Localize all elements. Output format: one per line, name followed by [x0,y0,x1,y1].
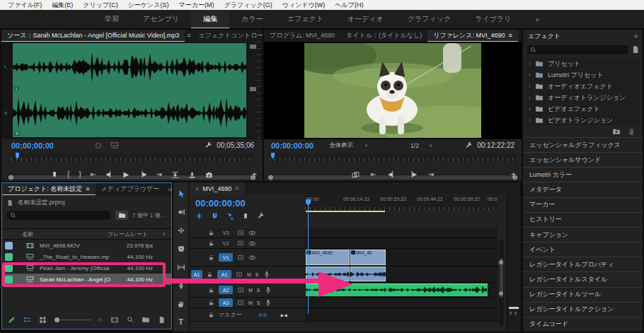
timeline-ruler[interactable]: 00:00 00:00:14:23 00:00:29:23 00:00:44:2… [305,195,498,211]
automate-to-sequence-icon[interactable] [110,316,119,324]
add-marker-icon[interactable] [51,171,58,178]
slider-knob[interactable] [54,317,59,322]
tree-item-audio-transitions[interactable]: › オーディオトランジション [526,92,640,103]
dock-legacy-title-actions[interactable]: レガシータイトルアクション [523,302,643,317]
sync-lock-icon[interactable] [237,254,244,261]
tree-item-video-transitions[interactable]: › ビデオトランジション [526,115,640,126]
menu-window[interactable]: ウィンドウ(W) [277,1,330,10]
tree-item-audio-effects[interactable]: › オーディオエフェクト [526,81,640,92]
workspace-tab-color[interactable]: カラー [229,10,275,28]
mute-button[interactable]: M [248,288,253,293]
eye-icon[interactable] [248,254,256,262]
list-view-icon[interactable] [23,316,31,324]
sync-lock-icon[interactable] [237,286,244,293]
tab-effect-controls[interactable]: エフェクトコントロール [192,30,263,42]
panel-menu-icon[interactable]: ≡ [509,33,512,39]
dock-legacy-title-properties[interactable]: レガシータイトルプロパティ [523,257,643,271]
program-video-area[interactable] [264,42,522,139]
dock-events[interactable]: イベント [523,242,643,257]
source-current-timecode[interactable]: 00;00;00;00 [11,141,54,150]
mark-out-icon[interactable]: } [79,171,81,178]
timeline-vertical-scrollbar[interactable] [499,240,504,326]
lock-icon[interactable] [208,230,214,236]
solo-button[interactable]: S [255,272,259,277]
slip-tool[interactable] [177,263,185,271]
table-row-selected[interactable]: Sarah McLachlan - Angel [O 44,100 Hz [2,274,171,285]
overwrite-icon[interactable] [188,171,196,179]
mute-button[interactable]: M [248,300,253,305]
chevron-right-icon[interactable]: › [529,94,531,101]
project-file-name[interactable]: 名称未設定.prproj [18,199,65,207]
settings-icon[interactable] [95,142,102,149]
step-forward-icon[interactable]: ▕▶ [138,172,146,177]
lock-icon[interactable] [207,271,213,278]
panel-menu-icon[interactable]: ≡ [634,33,638,40]
sync-lock-icon[interactable] [237,240,244,247]
lock-icon[interactable] [208,287,214,293]
program-playhead[interactable] [271,153,275,159]
dock-captions[interactable]: キャプション [523,227,643,242]
dock-essential-sound[interactable]: エッセンシャルサウンド [523,152,643,167]
audio-clip-2[interactable] [350,267,386,281]
new-preset-bin-icon[interactable] [631,45,640,54]
track-target-v3[interactable]: V3 [219,228,233,237]
tab-title[interactable]: タイトル：(タイトルなし) [340,30,427,42]
project-search-input[interactable] [19,210,108,220]
play-icon[interactable]: ▶ [123,171,129,178]
mic-icon[interactable] [265,299,272,306]
export-frame-icon[interactable] [205,171,213,179]
source-waveform-canvas[interactable]: L R [13,43,246,137]
zoom-slider[interactable] [54,317,91,322]
tab-sequence[interactable]: × MVI_4690 ≡ [190,182,245,194]
linked-selection-icon[interactable] [226,212,234,220]
menu-clip[interactable]: クリップ(C) [78,1,122,10]
workspace-tab-assembly[interactable]: アセンブリ [131,10,191,28]
step-back-icon[interactable]: ◀▏ [388,172,396,177]
fit-sequence-icon[interactable]: ▶◀ [281,312,287,317]
workspace-tab-learning[interactable]: 学習 [93,10,131,28]
music-audio-clip[interactable] [306,284,488,296]
eye-icon[interactable] [248,240,256,247]
source-patch-a1[interactable]: A1 [191,270,202,279]
source-settings-wrench-icon[interactable] [205,141,212,149]
project-search-box[interactable] [6,211,111,220]
track-target-a1[interactable]: A1 [217,270,231,279]
workspace-tab-editing[interactable]: 編集 [191,10,229,28]
tab-reference[interactable]: リファレンス: MVI_4690 ≡ [427,30,518,42]
chevron-right-icon[interactable]: › [529,117,531,124]
dock-lumetri-color[interactable]: Lumetri カラー [523,167,643,182]
chevron-right-icon[interactable]: › [529,60,531,67]
chevron-right-icon[interactable]: › [529,83,531,90]
hand-tool[interactable] [177,300,185,308]
column-name[interactable]: 名前 [22,230,33,238]
tree-item-lumetri-presets[interactable]: › Lumetri プリセット [526,69,640,81]
timeline-current-timecode[interactable]: 00:00:00:00 [195,198,246,209]
icon-size-toggle[interactable]: ◇ [98,317,103,323]
icon-view-icon[interactable] [39,316,47,324]
sync-lock-icon[interactable] [237,229,244,236]
mic-icon[interactable] [263,271,270,278]
column-framerate[interactable]: フレームレート [108,230,148,238]
lock-icon[interactable] [208,312,214,318]
program-settings-wrench-icon[interactable] [465,141,473,149]
tree-item-presets[interactable]: › プリセット [526,58,640,69]
playback-resolution-dropdown[interactable]: 1/2 ∨ [410,142,432,149]
table-row[interactable]: _The_Road_to_Heaven.mp 44,100 Hz [2,251,171,262]
track-target-v1[interactable]: V1 [219,253,233,262]
group-menu-icon[interactable]: ≡ [165,183,171,195]
goto-out-icon[interactable]: ⇥ [156,171,162,178]
track-lane-v2[interactable] [305,238,498,248]
goto-in-icon[interactable]: ⇤ [371,171,376,178]
ripple-edit-tool[interactable] [177,226,185,235]
type-tool[interactable]: T [178,318,183,326]
source-mini-ruler[interactable] [11,153,253,161]
insert-icon[interactable] [171,171,179,179]
zoom-level-dropdown[interactable]: 全体表示 ∨ [329,141,368,150]
video-clip-2[interactable]: MVI_46 [350,250,386,265]
new-bin-icon[interactable] [142,315,150,324]
menu-graphics[interactable]: グラフィック(G) [219,1,277,10]
table-row[interactable]: MVI_4698.MOV 23.976 fps [2,240,171,251]
button-editor-icon[interactable]: + [252,170,257,179]
dock-legacy-title-tools[interactable]: レガシータイトルツール [523,287,643,302]
tree-item-video-effects[interactable]: › ビデオエフェクト [526,103,640,115]
